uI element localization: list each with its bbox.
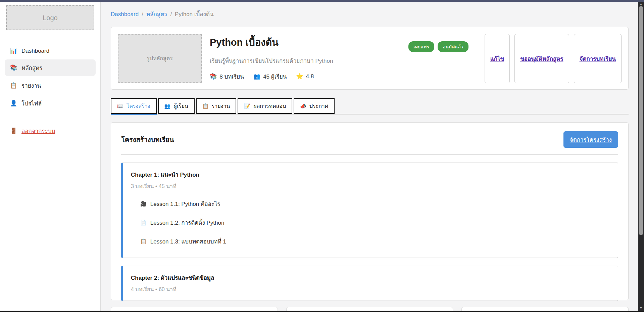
status-badge-approved: อนุมัติแล้ว — [438, 41, 468, 52]
books-icon: 📚 — [10, 64, 17, 71]
status-badge-published: เผยแพร่ — [408, 41, 434, 52]
person-icon: 👤 — [10, 100, 17, 107]
tab-structure[interactable]: 📖 โครงสร้าง — [111, 98, 157, 114]
tab-students[interactable]: 👥 ผู้เรียน — [158, 98, 195, 114]
lesson-list: 🎥 Lesson 1.1: Python คืออะไร 📄 Lesson 1.… — [140, 194, 610, 251]
chapter-card-1: Chapter 1: แนะนำ Python 3 บทเรียน • 45 น… — [121, 163, 618, 258]
structure-heading: โครงสร้างบทเรียน — [121, 134, 174, 145]
lesson-title: Lesson 1.3: แบบทดสอบบทที่ 1 — [150, 237, 226, 246]
lesson-title: Lesson 1.1: Python คืออะไร — [150, 199, 220, 208]
stat-rating: ⭐ 4.8 — [296, 73, 314, 80]
manage-lessons-link[interactable]: จัดการบทเรียน — [580, 54, 616, 63]
lesson-row[interactable]: 📄 Lesson 1.2: การติดตั้ง Python — [140, 213, 610, 232]
sidebar-item-profile[interactable]: 👤 โปรไฟล์ — [5, 95, 96, 112]
sidebar-item-label: Dashboard — [21, 48, 49, 54]
course-info: Python เบื้องต้น เรียนรู้พื้นฐานการเขียน… — [210, 34, 400, 83]
structure-card: โครงสร้างบทเรียน จัดการโครงสร้าง Chapter… — [111, 122, 629, 300]
logo-placeholder: Logo — [6, 5, 94, 30]
breadcrumb: Dashboard/หลักสูตร/Python เบื้องต้น — [111, 9, 629, 18]
structure-divider — [121, 154, 618, 155]
lesson-row[interactable]: 🎥 Lesson 1.1: Python คืออะไร — [140, 194, 610, 213]
clipboard-icon: 📋 — [10, 82, 17, 89]
bar-chart-icon: 📊 — [10, 47, 17, 54]
scrollbar-thumb[interactable] — [639, 6, 643, 235]
tab-reports[interactable]: 📋 รายงาน — [196, 98, 236, 114]
sidebar-divider — [6, 117, 94, 117]
memo-icon: 📝 — [244, 103, 250, 109]
clipboard-icon: 📋 — [202, 103, 209, 109]
course-actions: แก้ไข ขออนุมัติหลักสูตร จัดการบทเรียน — [485, 34, 622, 83]
app-root: Logo 📊 Dashboard 📚 หลักสูตร 📋 รายงาน 👤 โ… — [0, 0, 638, 312]
open-book-icon: 📖 — [117, 103, 123, 109]
stat-rating-text: 4.8 — [306, 73, 314, 80]
stat-lessons: 📚 8 บทเรียน — [210, 72, 244, 81]
chapter-meta: 4 บทเรียน • 60 นาที — [131, 285, 610, 294]
sidebar-item-courses[interactable]: 📚 หลักสูตร — [5, 59, 96, 76]
course-image-label: รูปหลักสูตร — [147, 54, 173, 62]
video-camera-icon: 🎥 — [140, 201, 147, 207]
books-icon: 📚 — [210, 73, 217, 80]
window-bottom-edge — [0, 311, 644, 312]
chapter-card-2: Chapter 2: ตัวแปรและชนิดข้อมูล 4 บทเรียน… — [121, 266, 618, 301]
people-icon: 👥 — [164, 103, 171, 109]
sidebar-item-label: หลักสูตร — [21, 63, 42, 72]
logout-label: ออกจากระบบ — [21, 126, 55, 135]
main-content: Dashboard/หลักสูตร/Python เบื้องต้น รูปห… — [101, 0, 638, 312]
sidebar: Logo 📊 Dashboard 📚 หลักสูตร 📋 รายงาน 👤 โ… — [0, 0, 101, 312]
request-approval-link[interactable]: ขออนุมัติหลักสูตร — [520, 54, 563, 63]
star-icon: ⭐ — [296, 73, 303, 80]
tab-label: ประกาศ — [309, 102, 328, 110]
tab-label: รายงาน — [212, 102, 230, 110]
course-image-placeholder: รูปหลักสูตร — [118, 34, 202, 83]
sidebar-nav: 📊 Dashboard 📚 หลักสูตร 📋 รายงาน 👤 โปรไฟล… — [4, 44, 96, 112]
clipboard-icon: 📋 — [140, 238, 147, 244]
document-icon: 📄 — [140, 220, 147, 226]
megaphone-icon: 📣 — [300, 103, 306, 109]
structure-header: โครงสร้างบทเรียน จัดการโครงสร้าง — [121, 131, 618, 148]
scrollbar-down-arrow[interactable]: ▼ — [638, 305, 644, 311]
breadcrumb-link-courses[interactable]: หลักสูตร — [146, 11, 167, 17]
logout-button[interactable]: 🚪 ออกจากระบบ — [5, 123, 96, 139]
window-top-edge — [0, 0, 644, 2]
course-title: Python เบื้องต้น — [210, 35, 400, 50]
people-icon: 👥 — [253, 73, 260, 80]
tab-label: โครงสร้าง — [127, 102, 150, 110]
breadcrumb-separator: / — [170, 11, 172, 17]
lesson-title: Lesson 1.2: การติดตั้ง Python — [150, 218, 225, 227]
sidebar-item-dashboard[interactable]: 📊 Dashboard — [5, 44, 96, 58]
breadcrumb-separator: / — [142, 11, 143, 17]
stat-students-text: 45 ผู้เรียน — [263, 72, 287, 81]
chapter-meta: 3 บทเรียน • 45 นาที — [131, 182, 610, 190]
tab-announcements[interactable]: 📣 ประกาศ — [294, 98, 335, 114]
tab-test-results[interactable]: 📝 ผลการทดสอบ — [238, 98, 292, 114]
status-badges: เผยแพร่ อนุมัติแล้ว — [408, 34, 468, 83]
tab-label: ผู้เรียน — [174, 102, 188, 110]
logo-label: Logo — [43, 14, 58, 22]
course-stats: 📚 8 บทเรียน 👥 45 ผู้เรียน ⭐ 4.8 — [210, 72, 400, 81]
chapter-title: Chapter 1: แนะนำ Python — [131, 170, 610, 179]
vertical-scrollbar[interactable]: ▲ ▼ — [638, 0, 644, 312]
stat-students: 👥 45 ผู้เรียน — [253, 72, 287, 81]
door-icon: 🚪 — [10, 127, 17, 134]
tab-label: ผลการทดสอบ — [253, 102, 286, 110]
edit-course-box[interactable]: แก้ไข — [485, 34, 510, 83]
course-description: เรียนรู้พื้นฐานการเขียนโปรแกรมด้วยภาษา P… — [210, 56, 400, 65]
course-header-card: รูปหลักสูตร Python เบื้องต้น เรียนรู้พื้… — [111, 27, 629, 90]
breadcrumb-current: Python เบื้องต้น — [175, 11, 213, 17]
manage-lessons-box[interactable]: จัดการบทเรียน — [574, 34, 622, 83]
sidebar-item-label: รายงาน — [21, 81, 41, 90]
chapter-title: Chapter 2: ตัวแปรและชนิดข้อมูล — [131, 273, 610, 282]
edit-course-link[interactable]: แก้ไข — [490, 54, 504, 63]
manage-structure-button[interactable]: จัดการโครงสร้าง — [563, 131, 618, 148]
request-approval-box[interactable]: ขออนุมัติหลักสูตร — [514, 34, 569, 83]
sidebar-item-label: โปรไฟล์ — [21, 99, 42, 108]
stat-lessons-text: 8 บทเรียน — [219, 72, 244, 81]
course-tabbar: 📖 โครงสร้าง 👥 ผู้เรียน 📋 รายงาน 📝 ผลการท… — [111, 98, 629, 115]
sidebar-item-reports[interactable]: 📋 รายงาน — [5, 77, 96, 94]
breadcrumb-link-dashboard[interactable]: Dashboard — [111, 11, 139, 17]
lesson-row[interactable]: 📋 Lesson 1.3: แบบทดสอบบทที่ 1 — [140, 232, 610, 251]
